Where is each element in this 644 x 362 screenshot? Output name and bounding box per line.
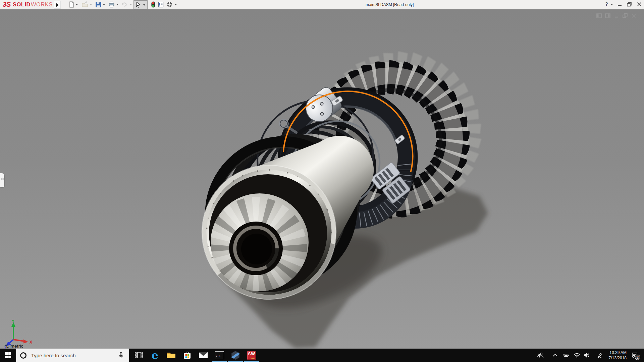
engine-model[interactable] bbox=[0, 9, 644, 349]
clock-time: 10:29 AM bbox=[604, 350, 627, 355]
close-button[interactable] bbox=[637, 2, 642, 7]
solidworks-app-button[interactable]: SW 2017 bbox=[244, 349, 260, 362]
solidworks-app-icon: SW 2017 bbox=[247, 351, 256, 360]
hidden-icons-chevron[interactable] bbox=[552, 352, 558, 359]
start-button[interactable] bbox=[0, 349, 16, 362]
cmd-icon: C:\_ bbox=[215, 351, 224, 359]
hexagon-app-icon bbox=[231, 351, 240, 360]
doc-restore-icon bbox=[623, 14, 627, 18]
pane-right-icon bbox=[605, 14, 610, 18]
window-title: main.SLDASM [Read-only] bbox=[366, 2, 414, 7]
people-icon[interactable] bbox=[537, 352, 544, 359]
search-input[interactable] bbox=[31, 352, 109, 359]
options-caret[interactable] bbox=[175, 4, 177, 5]
triad-y-label: Y bbox=[12, 319, 14, 324]
volume-icon[interactable] bbox=[583, 352, 590, 359]
taskbar-search[interactable] bbox=[16, 349, 129, 362]
open-caret bbox=[90, 4, 92, 5]
view-orientation-label: *Dimetric bbox=[4, 344, 23, 349]
edge-icon: e bbox=[152, 351, 158, 360]
cortana-icon bbox=[20, 352, 26, 359]
select-tool-button[interactable] bbox=[133, 0, 148, 9]
windows-logo-icon bbox=[5, 352, 11, 358]
cmd-icon-text: C:\_ bbox=[216, 355, 222, 357]
viewport-canvas[interactable]: Y X Z *Dimetric bbox=[0, 9, 644, 349]
folder-icon bbox=[166, 351, 176, 359]
file-explorer-button[interactable] bbox=[163, 349, 179, 362]
ds-mark: 3S bbox=[3, 1, 11, 8]
edge-button[interactable]: e bbox=[147, 349, 163, 362]
mail-button[interactable] bbox=[195, 349, 211, 362]
windows-ink-pen-icon[interactable] bbox=[596, 352, 603, 359]
print-icon[interactable] bbox=[108, 1, 115, 8]
store-icon bbox=[183, 351, 192, 360]
clock-date: 7/13/2018 bbox=[604, 355, 627, 361]
sw-icon-letters: SW bbox=[248, 352, 255, 356]
pane-left-icon bbox=[597, 14, 601, 18]
sw-icon-year: 2017 bbox=[250, 357, 256, 360]
document-window-controls[interactable] bbox=[596, 13, 642, 19]
save-caret[interactable] bbox=[103, 4, 105, 5]
new-document-icon[interactable] bbox=[68, 1, 75, 8]
options-gear-icon[interactable] bbox=[166, 1, 173, 8]
new-caret[interactable] bbox=[76, 4, 78, 5]
microphone-icon[interactable] bbox=[118, 352, 124, 359]
taskbar-clock[interactable]: 10:29 AM 7/13/2018 bbox=[604, 350, 627, 361]
triad-x-label: X bbox=[30, 340, 32, 345]
save-icon[interactable] bbox=[95, 1, 102, 8]
feature-panel-flyout-tab[interactable] bbox=[0, 173, 4, 187]
screen: { "window": { "title": "main.SLDASM [Rea… bbox=[0, 0, 644, 362]
menu-flyout-button[interactable] bbox=[54, 1, 61, 9]
hexagon-app-button[interactable] bbox=[227, 349, 244, 362]
file-properties-icon[interactable] bbox=[158, 1, 164, 8]
title-bar: 3S SOLID WORKS bbox=[0, 0, 644, 9]
select-caret[interactable] bbox=[143, 4, 145, 6]
flyout-arrow-icon bbox=[56, 3, 59, 7]
taskbar: e C:\_ SW 2017 bbox=[0, 349, 644, 362]
flyout-dot-icon bbox=[1, 178, 4, 180]
restore-button[interactable] bbox=[627, 2, 633, 7]
separator bbox=[53, 1, 53, 8]
undo-caret bbox=[130, 4, 132, 5]
minimize-button[interactable] bbox=[617, 2, 623, 7]
undo-icon bbox=[121, 1, 127, 8]
solidworks-logo: 3S SOLID WORKS bbox=[3, 1, 53, 8]
task-view-button[interactable] bbox=[131, 349, 147, 362]
print-caret[interactable] bbox=[116, 4, 118, 5]
open-icon[interactable] bbox=[82, 1, 88, 8]
brand-solid: SOLID bbox=[13, 1, 31, 7]
help-caret[interactable] bbox=[611, 4, 613, 5]
notification-badge: 2 bbox=[635, 355, 640, 360]
cursor-arrow-icon bbox=[136, 2, 141, 8]
brand-works: WORKS bbox=[31, 1, 53, 7]
store-button[interactable] bbox=[179, 349, 195, 362]
help-button[interactable]: ? bbox=[605, 1, 608, 7]
mail-icon bbox=[199, 352, 208, 359]
battery-icon[interactable] bbox=[562, 352, 569, 359]
wifi-icon[interactable] bbox=[574, 352, 580, 359]
rebuild-traffic-light-icon[interactable] bbox=[150, 1, 156, 8]
doc-close-icon bbox=[632, 14, 636, 17]
command-prompt-button[interactable]: C:\_ bbox=[211, 349, 227, 362]
